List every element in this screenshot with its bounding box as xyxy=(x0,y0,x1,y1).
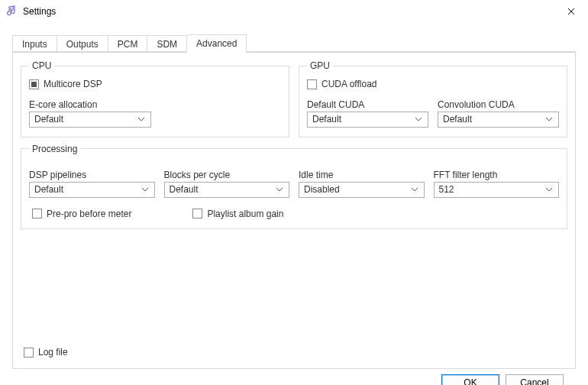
chevron-down-icon xyxy=(409,188,421,192)
chevron-down-icon xyxy=(135,118,147,121)
tab-advanced[interactable]: Advanced xyxy=(187,34,247,53)
dsp-pipelines-label: DSP pipelines xyxy=(29,170,155,180)
combo-value: Default xyxy=(170,184,199,195)
tab-pcm[interactable]: PCM xyxy=(108,35,148,53)
multicore-dsp-input[interactable] xyxy=(29,79,39,89)
ecore-allocation-combo[interactable]: Default xyxy=(29,112,151,128)
combo-value: 512 xyxy=(439,184,454,195)
row-cpu-gpu: CPU Multicore DSP E-core allocation Defa… xyxy=(21,60,567,138)
log-file-checkbox[interactable]: Log file xyxy=(24,347,68,358)
group-cpu: CPU Multicore DSP E-core allocation Defa… xyxy=(21,60,289,138)
blocks-per-cycle-label: Blocks per cycle xyxy=(164,170,290,180)
tab-label: SDM xyxy=(157,39,177,50)
button-label: Cancel xyxy=(520,377,548,385)
window-title: Settings xyxy=(23,6,56,17)
combo-value: Default xyxy=(34,184,63,195)
prepro-before-meter-checkbox[interactable]: Pre-pro before meter xyxy=(32,209,131,219)
combo-value: Disabled xyxy=(304,184,340,195)
chevron-down-icon xyxy=(273,188,286,192)
prepro-before-meter-input[interactable] xyxy=(32,209,42,218)
tab-inputs[interactable]: Inputs xyxy=(12,35,57,53)
tab-strip: Inputs Outputs PCM SDM Advanced xyxy=(12,34,576,52)
tab-label: Outputs xyxy=(66,39,99,50)
cancel-button[interactable]: Cancel xyxy=(506,374,564,385)
button-label: OK xyxy=(464,377,477,385)
dsp-pipelines-combo[interactable]: Default xyxy=(29,182,155,198)
ok-button[interactable]: OK xyxy=(441,374,499,385)
checkbox-label: Playlist album gain xyxy=(207,209,283,219)
group-processing: Processing DSP pipelines Default Blocks … xyxy=(21,144,567,229)
blocks-per-cycle-combo[interactable]: Default xyxy=(164,182,290,198)
chevron-down-icon xyxy=(139,188,151,192)
app-icon xyxy=(6,5,18,18)
group-legend: GPU xyxy=(307,60,333,71)
ecore-allocation-label: E-core allocation xyxy=(29,99,281,110)
default-cuda-label: Default CUDA xyxy=(307,99,428,110)
group-legend: CPU xyxy=(29,60,54,71)
convolution-cuda-label: Convolution CUDA xyxy=(438,99,559,110)
cuda-offload-input[interactable] xyxy=(307,79,317,89)
multicore-dsp-checkbox[interactable]: Multicore DSP xyxy=(29,79,102,89)
gpu-grid: Default CUDA Default Convolution CUDA De… xyxy=(307,92,559,128)
combo-value: Default xyxy=(34,114,63,125)
title-bar-left: Settings xyxy=(6,5,56,18)
default-cuda-combo[interactable]: Default xyxy=(307,112,428,128)
log-file-input[interactable] xyxy=(24,348,34,358)
group-legend: Processing xyxy=(29,144,80,154)
dialog-button-strip: OK Cancel xyxy=(12,369,576,385)
playlist-album-gain-checkbox[interactable]: Playlist album gain xyxy=(192,209,283,219)
tab-label: Advanced xyxy=(196,38,237,49)
playlist-album-gain-input[interactable] xyxy=(192,209,202,218)
processing-checks: Pre-pro before meter Playlist album gain xyxy=(29,209,559,219)
title-bar: Settings xyxy=(0,0,588,23)
convolution-cuda-combo[interactable]: Default xyxy=(438,112,559,128)
group-gpu: GPU CUDA offload Default CUDA Default Co xyxy=(299,60,567,138)
tab-sdm[interactable]: SDM xyxy=(147,35,187,53)
cuda-offload-checkbox[interactable]: CUDA offload xyxy=(307,79,377,89)
chevron-down-icon xyxy=(543,188,555,192)
checkbox-label: Log file xyxy=(38,347,68,358)
tab-label: Inputs xyxy=(22,39,47,50)
close-button[interactable] xyxy=(554,0,588,23)
tab-outputs[interactable]: Outputs xyxy=(57,35,108,53)
checkbox-label: CUDA offload xyxy=(321,79,377,89)
fft-filter-length-label: FFT filter length xyxy=(434,170,560,180)
tab-panel-advanced: CPU Multicore DSP E-core allocation Defa… xyxy=(12,52,576,369)
fft-filter-length-combo[interactable]: 512 xyxy=(434,182,560,198)
content: Inputs Outputs PCM SDM Advanced CPU Mult… xyxy=(0,23,588,385)
combo-value: Default xyxy=(443,114,472,125)
tab-label: PCM xyxy=(118,39,138,50)
combo-value: Default xyxy=(312,114,341,125)
close-icon xyxy=(567,8,575,15)
idle-time-combo[interactable]: Disabled xyxy=(299,182,425,198)
idle-time-label: Idle time xyxy=(299,170,425,180)
chevron-down-icon xyxy=(412,118,425,121)
checkbox-label: Pre-pro before meter xyxy=(47,209,131,219)
processing-grid: DSP pipelines Default Blocks per cycle D… xyxy=(29,162,559,198)
chevron-down-icon xyxy=(543,118,555,121)
checkbox-label: Multicore DSP xyxy=(44,79,102,89)
tabstrip-underline xyxy=(12,51,576,52)
